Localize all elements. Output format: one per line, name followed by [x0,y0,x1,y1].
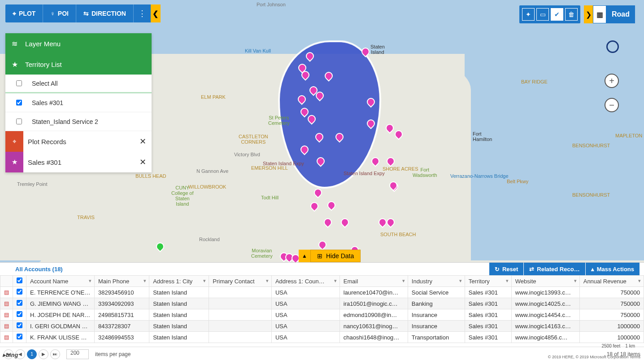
tool-burst-icon[interactable]: ✦ [522,8,535,21]
filter-icon[interactable]: ▾ [144,278,146,284]
select-all-rows-checkbox[interactable] [17,277,22,283]
sales-header[interactable]: ★Sales #301✕ [5,152,152,172]
table-row[interactable]: ▤ G. JIEMING WANG …33934092093Staten Isl… [0,298,644,309]
row-action-icon[interactable]: ▤ [0,287,13,298]
filter-icon[interactable]: ▾ [89,278,91,284]
more-menu[interactable]: ⋮ [134,9,151,18]
page-1-button[interactable]: 1 [27,349,37,359]
poi-button[interactable]: ♀POI [43,4,76,22]
filter-icon[interactable]: ▾ [459,278,462,284]
row-checkbox[interactable] [17,289,22,295]
map-label: Rockland [199,237,220,242]
select-all-checkbox[interactable] [16,80,22,86]
map-label: Kill Van Kull [245,48,271,53]
tool-check-icon[interactable]: ✔ [551,8,563,21]
selection-tools: ✦ ▭ ✔ 🗑 [519,5,580,23]
row-checkbox[interactable] [17,311,22,317]
column-header[interactable]: Address 1: Coun…▾ [271,276,339,287]
zoom-out-button[interactable]: − [605,98,619,112]
map-label: WILLOWBROOK [188,184,226,189]
filter-icon[interactable]: ▾ [574,278,577,284]
plot-records-icon: ⌖ [5,131,23,152]
row-action-icon[interactable]: ▤ [0,332,13,343]
column-header[interactable]: Account Name▾ [26,276,95,287]
page-next-button[interactable]: ▶ [39,349,48,359]
table-row[interactable]: ▤ H. JOSEPH DE NAR…24985815731Staten Isl… [0,309,644,321]
column-header[interactable]: Industry▾ [408,276,465,287]
data-grid[interactable]: Account Name▾Main Phone▾Address 1: City▾… [0,275,644,343]
territory-checkbox[interactable] [16,119,22,124]
map-label: ELM PARK [201,94,226,100]
column-header[interactable]: Primary Contact▾ [209,276,272,287]
filter-icon[interactable]: ▾ [638,278,641,284]
plot-button[interactable]: ⌖PLOT [5,4,43,22]
filter-icon[interactable]: ▾ [266,278,269,284]
filter-icon[interactable]: ▾ [203,278,206,284]
related-records-button[interactable]: ⇄Related Reco… [523,263,585,275]
territory-label: Staten_Island Service 2 [32,118,98,125]
map-label: Verrazano-Narrows Bridge [450,173,509,179]
direction-button[interactable]: ⇆DIRECTION [76,4,134,22]
hide-data-toggle[interactable]: ▲ ⊞Hide Data [299,250,361,262]
mass-actions-button[interactable]: ▴Mass Actions [585,263,640,275]
filter-icon[interactable]: ▾ [402,278,405,284]
map-thumbnail-icon: ▦ [593,5,606,23]
collapse-toolbar[interactable]: ❮ [151,4,161,22]
filter-icon[interactable]: ▾ [506,278,509,284]
table-row[interactable]: ▤ I. GERI GOLDMAN …8433728307Staten Isla… [0,321,644,332]
row-checkbox[interactable] [17,334,22,339]
territory-item[interactable]: Sales #301 [5,93,152,112]
column-header[interactable]: Address 1: City▾ [149,276,209,287]
copyright: © 2019 HERE, © 2019 Microsoft Corporatio… [548,355,640,359]
row-action-icon[interactable]: ▤ [0,321,13,332]
page-size-select[interactable]: 200 [66,349,89,359]
map-scale: 2500 feet 1 km [601,343,635,348]
territory-checkbox[interactable] [16,100,22,106]
close-icon[interactable]: ✕ [139,157,152,167]
column-header[interactable]: Website▾ [511,276,579,287]
reset-button[interactable]: ↻Reset [489,263,523,275]
column-header[interactable]: Annual Revenue▾ [579,276,644,287]
row-action-icon[interactable]: ▤ [0,298,13,309]
row-checkbox[interactable] [17,300,22,306]
data-panel: All Accounts (18) ↻Reset ⇄Related Reco… … [0,262,644,361]
territory-label: Sales #301 [32,99,63,106]
select-all-label: Select All [32,80,58,87]
map-label: BENSONHURST [572,192,610,198]
filter-icon[interactable]: ▾ [334,278,337,284]
page-last-button[interactable]: ⏭ [50,349,60,359]
items-per-page-label: items per page [95,351,131,357]
globe-icon[interactable] [606,40,619,53]
poi-icon: ♀ [50,4,55,22]
layer-menu-header[interactable]: ≋Layer Menu [5,33,152,54]
plot-records-header[interactable]: ⌖Plot Records✕ [5,131,152,152]
tool-select-rect-icon[interactable]: ▭ [536,8,549,21]
column-header[interactable]: Territory▾ [465,276,511,287]
map-style-switcher[interactable]: ❯ ▦ Road [584,5,635,23]
column-header[interactable]: Email▾ [339,276,408,287]
map-label: BENSONHURST [572,143,610,148]
row-checkbox[interactable] [17,322,22,328]
grid-title[interactable]: All Accounts (18) [15,266,63,273]
table-row[interactable]: ▤ K. FRANK ULISSE …32486994553Staten Isl… [0,332,644,343]
select-all-row[interactable]: Select All [5,75,152,93]
map-label: TRAVIS [77,215,95,220]
territory-list-header[interactable]: ★Territory List [5,54,152,75]
close-icon[interactable]: ✕ [139,136,152,146]
main-toolbar: ⌖PLOT ♀POI ⇆DIRECTION ⋮ ❮ [5,4,161,22]
chevron-up-icon: ▴ [591,266,594,273]
map-label: Staten Island Expy [344,171,385,176]
map-label: Fort Hamilton [473,131,492,142]
column-header[interactable]: Main Phone▾ [94,276,149,287]
map-label: Victory Blvd [234,152,260,157]
tool-delete-icon[interactable]: 🗑 [565,8,578,21]
row-action-icon[interactable]: ▤ [0,309,13,321]
map-label: Staten Island [370,44,385,55]
refresh-icon: ↻ [495,266,500,273]
territory-item[interactable]: Staten_Island Service 2 [5,112,152,131]
chevron-right-icon: ❯ [584,5,593,23]
pin-icon: ⌖ [13,4,16,22]
bing-logo: ▸bing [3,352,18,358]
table-row[interactable]: ▤ E. TERRENCE O'NE…38293456910Staten Isl… [0,287,644,298]
zoom-in-button[interactable]: + [605,74,619,88]
